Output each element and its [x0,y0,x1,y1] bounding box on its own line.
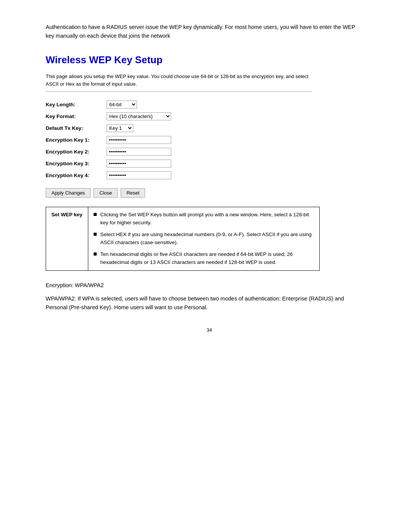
set-wep-key-table: Set WEP key Clicking the Set WEP Keys bu… [46,207,320,271]
key-format-row: Key Format: Hex (10 characters) ASCII (5… [46,110,175,122]
set-wep-key-row: Set WEP key Clicking the Set WEP Keys bu… [46,207,320,271]
enc-key4-label: Encryption Key 4: [46,169,107,181]
key-length-label: Key Length: [46,99,107,110]
wpa-description: WPA/WPA2: If WPA is selected, users will… [46,294,358,312]
section-description: This page allows you setup the WEP key v… [46,73,312,88]
bullet-item-3: Ten hexadecimal digits or five ASCII cha… [94,251,314,267]
bullet-icon-3 [94,252,97,256]
default-tx-label: Default Tx Key: [46,122,107,134]
enc-key1-input[interactable] [107,136,171,144]
enc-key3-label: Encryption Key 3: [46,158,107,169]
button-row: Apply Changes Close Reset [46,188,373,198]
intro-text: Authentication to have a RADIUS server i… [46,23,358,40]
enc-key4-row: Encryption Key 4: [46,169,175,181]
bullet-icon-2 [94,233,97,236]
key-format-select[interactable]: Hex (10 characters) ASCII (5 characters) [107,112,171,120]
bullet-text-3: Ten hexadecimal digits or five ASCII cha… [100,251,314,267]
enc-key1-row: Encryption Key 1: [46,134,175,146]
set-wep-key-header: Set WEP key [46,207,88,271]
enc-key2-label: Encryption Key 2: [46,146,107,158]
default-tx-select[interactable]: Key 1 Key 2 Key 3 Key 4 [107,124,133,132]
page-number: 34 [46,327,373,333]
bullet-item-1: Clicking the Set WEP Keys button will pr… [94,211,314,227]
enc-key4-input[interactable] [107,171,171,179]
close-button[interactable]: Close [94,188,118,198]
bullet-text-1: Clicking the Set WEP Keys button will pr… [100,211,314,227]
key-format-label: Key Format: [46,110,107,122]
enc-key3-input[interactable] [107,160,171,168]
enc-key2-input[interactable] [107,148,171,156]
key-length-select[interactable]: 64-bit 128-bit [107,101,137,109]
section-title: Wireless WEP Key Setup [46,54,373,66]
enc-key3-row: Encryption Key 3: [46,158,175,169]
wep-form-table: Key Length: 64-bit 128-bit Key Format: H… [46,99,175,181]
key-length-row: Key Length: 64-bit 128-bit [46,99,175,110]
divider [46,91,312,92]
apply-changes-button[interactable]: Apply Changes [46,188,91,198]
encryption-heading: Encryption: WPA/WPA2 [46,282,373,288]
enc-key2-row: Encryption Key 2: [46,146,175,158]
bullet-item-2: Select HEX if you are using hexadecimal … [94,231,314,247]
enc-key1-label: Encryption Key 1: [46,134,107,146]
set-wep-key-content: Clicking the Set WEP Keys button will pr… [88,207,319,271]
bullet-icon-1 [94,213,97,216]
reset-button[interactable]: Reset [121,188,145,198]
bullet-text-2: Select HEX if you are using hexadecimal … [100,231,314,247]
bullet-list: Clicking the Set WEP Keys button will pr… [94,211,314,267]
default-tx-row: Default Tx Key: Key 1 Key 2 Key 3 Key 4 [46,122,175,134]
